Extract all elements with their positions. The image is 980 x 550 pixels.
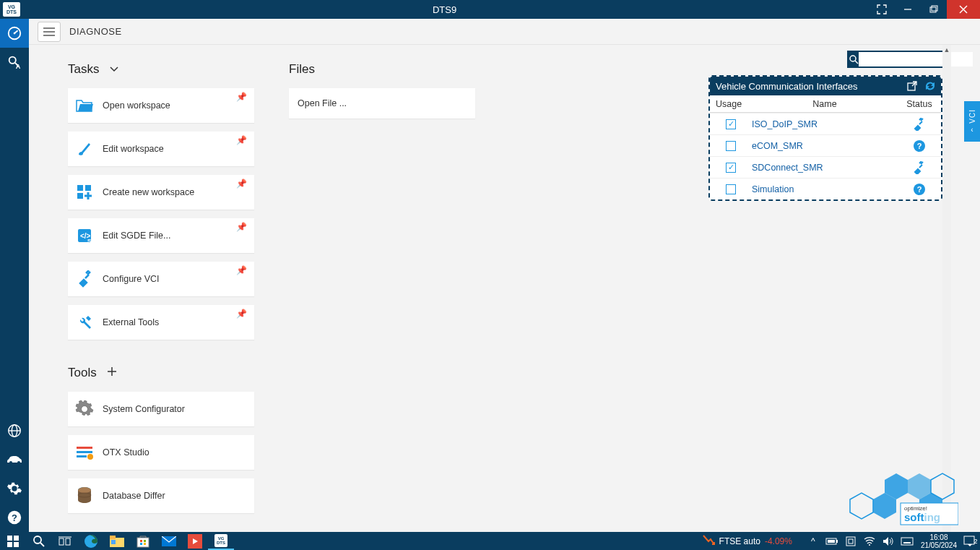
refresh-icon[interactable] (924, 80, 937, 93)
vci-column-headers: Usage Name Status (710, 95, 941, 113)
page-title: DIAGNOSE (69, 26, 122, 37)
svg-rect-28 (77, 447, 92, 449)
tool-label: System Configurator (103, 404, 185, 414)
chevron-down-icon (109, 63, 119, 76)
svg-text:S: S (87, 238, 92, 244)
svg-rect-59 (111, 540, 116, 544)
task-external-tools[interactable]: External Tools 📌 (68, 305, 254, 340)
pin-icon[interactable]: 📌 (236, 179, 247, 189)
plug-status-icon (913, 118, 926, 131)
task-edit-sgde[interactable]: </>S Edit SGDE File... 📌 (68, 218, 254, 253)
minimize-button[interactable] (895, 0, 921, 19)
task-create-workspace[interactable]: Create new workspace 📌 (68, 175, 254, 210)
task-label: Edit SGDE File... (103, 231, 170, 241)
menu-button[interactable] (38, 22, 61, 42)
task-view-icon[interactable] (52, 532, 78, 550)
svg-point-35 (850, 56, 856, 61)
scrollbar[interactable]: ▲ (942, 45, 951, 532)
svg-rect-58 (110, 536, 116, 539)
svg-rect-70 (828, 540, 835, 543)
app-tray-icon[interactable] (841, 536, 860, 546)
svg-rect-20 (77, 185, 83, 191)
vci-row[interactable]: ISO_DoIP_SMR (710, 113, 941, 134)
search-input[interactable] (859, 52, 973, 66)
usage-checkbox[interactable] (726, 184, 736, 194)
fullscreen-button[interactable] (869, 0, 895, 19)
keyboard-icon[interactable] (898, 537, 916, 546)
stock-widget[interactable]: FTSE auto -4.09% (702, 534, 792, 548)
svg-point-51 (34, 536, 41, 543)
clock[interactable]: 16:08 21/05/2024 (921, 533, 957, 549)
usage-checkbox[interactable] (726, 141, 736, 151)
vci-row[interactable]: Simulation? (710, 178, 941, 199)
task-configure-vci[interactable]: Configure VCI 📌 (68, 262, 254, 296)
tasks-column: Tasks Open workspace 📌 Edit workspace 📌 (29, 45, 289, 532)
wifi-icon[interactable] (860, 536, 879, 546)
task-label: Configure VCI (103, 274, 160, 284)
svg-marker-41 (908, 473, 931, 499)
dts-app-icon[interactable]: VGDTS (208, 532, 234, 550)
file-open[interactable]: Open File ... (289, 88, 475, 119)
volume-icon[interactable] (879, 536, 898, 546)
battery-icon[interactable] (823, 537, 841, 546)
nav-diagnose-icon[interactable] (0, 19, 29, 48)
svg-rect-48 (14, 536, 19, 541)
svg-rect-74 (901, 538, 913, 545)
vci-tab-label: VCI (968, 109, 976, 124)
tool-system-configurator[interactable]: System Configurator (68, 392, 254, 426)
vci-status (898, 118, 941, 131)
usage-checkbox[interactable] (726, 119, 736, 129)
task-open-workspace[interactable]: Open workspace 📌 (68, 88, 254, 123)
task-edit-workspace[interactable]: Edit workspace 📌 (68, 132, 254, 166)
svg-rect-53 (59, 538, 64, 545)
start-button[interactable] (0, 532, 26, 550)
task-label: Edit workspace (103, 144, 164, 154)
gear-icon (74, 398, 95, 420)
vci-panel: Vehicle Communication Interfaces Usage N… (708, 75, 942, 201)
explorer-icon[interactable] (104, 532, 130, 550)
pin-icon[interactable]: 📌 (236, 222, 247, 232)
tool-otx-studio[interactable]: OTX Studio (68, 435, 254, 470)
mail-icon[interactable] (156, 532, 182, 550)
vci-row[interactable]: SDConnect_SMR (710, 156, 941, 178)
usage-checkbox[interactable] (726, 163, 736, 173)
nav-search-doc-icon[interactable]: A (0, 48, 29, 77)
nav-car-icon[interactable] (0, 445, 29, 474)
svg-point-33 (78, 487, 91, 493)
svg-point-31 (87, 454, 93, 460)
tool-database-differ[interactable]: Database Differ (68, 478, 254, 513)
search-box[interactable] (847, 51, 942, 68)
notifications-icon[interactable]: 2 (961, 536, 980, 547)
close-button[interactable] (947, 0, 980, 19)
pin-icon[interactable]: 📌 (236, 265, 247, 275)
svg-line-52 (40, 543, 44, 546)
pin-icon[interactable]: 📌 (236, 135, 247, 145)
tools-header[interactable]: Tools (68, 366, 289, 380)
svg-rect-49 (7, 542, 12, 547)
nav-settings-icon[interactable] (0, 474, 29, 503)
scroll-up-icon[interactable]: ▲ (942, 45, 951, 55)
pin-icon[interactable]: 📌 (236, 92, 247, 102)
stock-label: FTSE auto (719, 536, 760, 546)
taskbar-search-icon[interactable] (26, 532, 52, 550)
store-icon[interactable] (130, 532, 156, 550)
svg-rect-77 (964, 536, 974, 544)
tasks-header[interactable]: Tasks (68, 62, 289, 77)
svg-text:softing: softing (904, 511, 940, 523)
tools-icon (74, 311, 95, 333)
code-file-icon: </>S (74, 225, 95, 246)
nav-globe-icon[interactable] (0, 416, 29, 445)
vci-side-tab[interactable]: VCI ‹ (964, 101, 980, 142)
app-red-icon[interactable] (182, 532, 208, 550)
pin-icon[interactable]: 📌 (236, 309, 247, 319)
popout-icon[interactable] (906, 80, 918, 92)
maximize-button[interactable] (921, 0, 947, 19)
edge-icon[interactable] (78, 532, 104, 550)
svg-point-73 (869, 544, 870, 546)
vci-row[interactable]: eCOM_SMR? (710, 134, 941, 156)
tray-chevron-icon[interactable]: ^ (804, 536, 823, 546)
svg-rect-22 (77, 193, 83, 199)
vci-status: ? (898, 140, 941, 152)
app-logo-icon: VGDTS (3, 2, 20, 17)
nav-help-icon[interactable]: ? (0, 503, 29, 532)
